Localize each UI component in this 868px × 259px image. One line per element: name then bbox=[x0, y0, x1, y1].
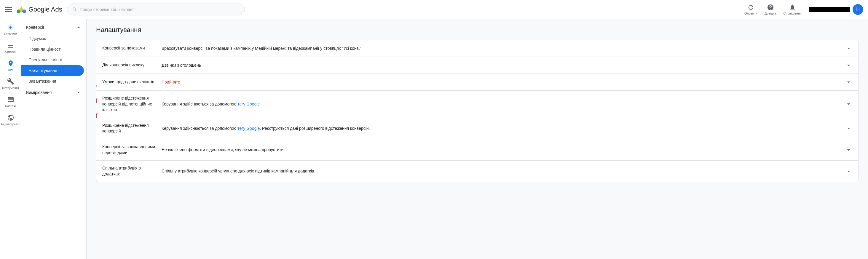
topbar-actions: Оновити Довідка Сповіщення best.expert.1… bbox=[744, 4, 863, 15]
sidebar-item-create[interactable]: Створити bbox=[1, 21, 20, 38]
call-conversion-label: Дія-конверсія виклику bbox=[102, 62, 161, 68]
leftnav-item-special-variables[interactable]: Спеціальні змінні bbox=[21, 55, 84, 65]
settings-row-cross-attribution: Спільна атрибуція в додатках Спільну атр… bbox=[96, 161, 858, 182]
sidebar-item-campaigns[interactable]: Кампанії bbox=[1, 39, 20, 56]
measurements-section: Вимірювання bbox=[21, 87, 86, 98]
svg-point-1 bbox=[22, 9, 26, 13]
admin-icon bbox=[7, 114, 14, 121]
view-through-chevron[interactable] bbox=[845, 45, 852, 52]
search-input[interactable] bbox=[80, 7, 240, 12]
leftnav-items: Підсумок Правила цінності Спеціальні змі… bbox=[21, 33, 86, 87]
leftnav: Конверсії Підсумок Правила цінності Спец… bbox=[21, 19, 87, 259]
cross-attribution-value: Спільну атрибуцію конверсій увімкнено дл… bbox=[161, 168, 845, 174]
sidebar-item-create-label: Створити bbox=[4, 32, 17, 36]
page-title: Налаштування bbox=[96, 26, 859, 34]
customer-data-value: Прийнято bbox=[161, 79, 845, 85]
payments-icon bbox=[7, 96, 14, 103]
svg-point-2 bbox=[17, 9, 21, 13]
enhanced-leads-chevron[interactable] bbox=[845, 100, 852, 107]
enhanced-leads-value: Керування здійснюється за допомогою тегу… bbox=[161, 101, 845, 107]
help-button[interactable]: Довідка bbox=[765, 4, 776, 15]
avatar[interactable]: H bbox=[852, 4, 863, 15]
settings-row-engaged-views: Конверсії за зацікавленими переглядами Н… bbox=[96, 139, 858, 161]
sidebar-item-payments-label: Платежі bbox=[5, 104, 16, 108]
leftnav-item-summary[interactable]: Підсумок bbox=[21, 33, 84, 44]
goals-icon bbox=[7, 60, 14, 67]
customer-data-chevron[interactable] bbox=[845, 78, 852, 86]
settings-row-customer-data: Умови щодо даних клієнтів Прийнято bbox=[96, 74, 858, 91]
sidebar-item-campaigns-label: Кампанії bbox=[5, 50, 17, 54]
sidebar-item-tools-label: Інструменти bbox=[2, 86, 19, 90]
sidebar-item-tools[interactable]: Інструменти bbox=[1, 75, 20, 93]
plus-icon bbox=[7, 24, 14, 31]
user-email: best.expert.19@k2-promo.co... bbox=[809, 7, 850, 12]
enhanced-conversions-link[interactable]: тегу Google bbox=[238, 126, 260, 131]
accepted-text: Прийнято bbox=[161, 80, 180, 85]
settings-table: Конверсії за показами Враховувати конвер… bbox=[96, 40, 859, 182]
cross-attribution-chevron[interactable] bbox=[845, 168, 852, 175]
logo-icon bbox=[17, 5, 26, 14]
search-bar[interactable] bbox=[67, 4, 245, 15]
view-through-value: Враховувати конверсії за показами з камп… bbox=[161, 45, 845, 52]
sidebar-item-admin[interactable]: Адміністратор bbox=[1, 112, 20, 129]
engaged-views-chevron[interactable] bbox=[845, 147, 852, 154]
tools-icon bbox=[7, 78, 14, 85]
leftnav-item-value-rules[interactable]: Правила цінності bbox=[21, 44, 84, 55]
help-icon bbox=[767, 4, 774, 11]
view-through-label: Конверсії за показами bbox=[102, 45, 161, 51]
customer-data-label: Умови щодо даних клієнтів bbox=[102, 79, 161, 85]
conversions-chevron bbox=[75, 24, 82, 30]
user-area: best.expert.19@k2-promo.co... H bbox=[809, 4, 863, 15]
content: Налаштування Конверсії за показами bbox=[87, 19, 868, 259]
conversions-section: Конверсії Підсумок Правила цінності Спец… bbox=[21, 21, 86, 87]
leftnav-item-settings[interactable]: Налаштування bbox=[21, 65, 84, 76]
enhanced-conversions-label: Розширене відстеження конверсій bbox=[102, 123, 161, 134]
hamburger-button[interactable] bbox=[5, 6, 12, 13]
help-label: Довідка bbox=[765, 11, 776, 15]
measurements-header[interactable]: Вимірювання bbox=[21, 87, 86, 98]
settings-row-view-through: Конверсії за показами Враховувати конвер… bbox=[96, 40, 858, 57]
notifications-label: Сповіщення bbox=[783, 11, 802, 15]
sidebar: Створити Кампанії Цілі bbox=[0, 19, 21, 259]
enhanced-leads-link[interactable]: тегу Google bbox=[238, 102, 260, 106]
conversions-label: Конверсії bbox=[26, 25, 44, 30]
conversions-header[interactable]: Конверсії bbox=[21, 21, 86, 33]
sidebar-item-goals-label: Цілі bbox=[8, 68, 13, 72]
enhanced-conversions-value: Керування здійснюється за допомогою тегу… bbox=[161, 125, 845, 132]
settings-row-enhanced-conversions: Розширене відстеження конверсій Керуванн… bbox=[96, 118, 858, 139]
notifications-button[interactable]: Сповіщення bbox=[783, 4, 802, 15]
call-conversion-value: Дзвінки з оголошень bbox=[161, 62, 845, 68]
enhanced-conversions-chevron[interactable] bbox=[845, 125, 852, 132]
topbar: Google Ads Оновити Довідка Сповіщення bbox=[0, 0, 868, 19]
engaged-views-label: Конверсії за зацікавленими переглядами bbox=[102, 144, 161, 156]
campaigns-icon bbox=[7, 42, 14, 49]
logo: Google Ads bbox=[17, 5, 62, 14]
engaged-views-value: Не включено формати відеореклами, яку не… bbox=[161, 147, 845, 153]
sidebar-item-admin-label: Адміністратор bbox=[1, 122, 20, 126]
call-conversion-chevron[interactable] bbox=[845, 62, 852, 69]
measurements-chevron bbox=[75, 90, 82, 95]
leftnav-item-uploads[interactable]: Завантаження bbox=[21, 76, 84, 87]
sidebar-item-goals[interactable]: Цілі bbox=[1, 58, 20, 74]
settings-row-enhanced-leads: Розширене відстеження конверсій від поте… bbox=[96, 91, 858, 118]
notifications-icon bbox=[789, 4, 796, 11]
sidebar-item-payments[interactable]: Платежі bbox=[1, 94, 20, 110]
search-icon bbox=[72, 7, 78, 12]
settings-row-call-conversion: Дія-конверсія виклику Дзвінки з оголошен… bbox=[96, 57, 858, 74]
logo-text: Google Ads bbox=[28, 6, 62, 13]
measurements-label: Вимірювання bbox=[26, 90, 52, 95]
sidebar-nav: Створити Кампанії Цілі bbox=[0, 21, 21, 129]
cross-attribution-label: Спільна атрибуція в додатках bbox=[102, 165, 161, 177]
refresh-button[interactable]: Оновити bbox=[744, 4, 757, 15]
enhanced-leads-label: Розширене відстеження конверсій від поте… bbox=[102, 95, 161, 113]
refresh-label: Оновити bbox=[744, 11, 757, 15]
main-layout: Створити Кампанії Цілі bbox=[0, 19, 868, 259]
refresh-icon bbox=[747, 4, 754, 11]
